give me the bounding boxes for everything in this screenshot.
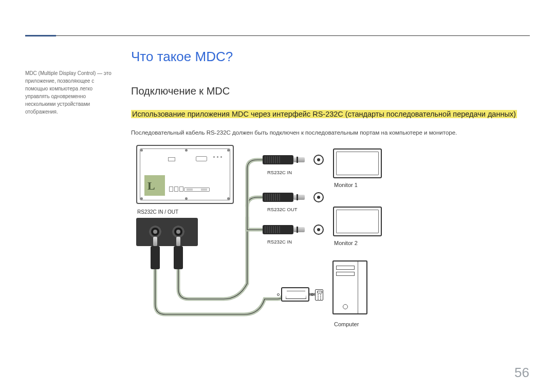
jack-out [172,226,184,238]
socket-monitor1-in [313,155,324,165]
computer-tower-icon [332,260,367,314]
display-back-panel: L [136,145,234,204]
socket-monitor2-in [313,225,324,235]
label-monitor2: Monitor 2 [334,240,358,246]
page-title: Что такое MDC? [131,49,532,65]
main-content: Что такое MDC? Подключение к MDC Использ… [131,49,532,350]
label-rs232c-in-2: RS232C IN [267,239,292,245]
label-rs232c-in-1: RS232C IN [267,170,292,175]
jack-in [149,226,161,238]
sidebar-note: MDC (Multiple Display Control) — это при… [25,69,113,116]
vga-connector-icon [281,287,309,302]
label-rs232c-out: RS232C OUT [267,207,298,212]
monitor-1-icon [333,148,382,178]
highlighted-heading: Использование приложения MDC через интер… [131,108,532,120]
connection-diagram: L RS232C IN / OUT [131,145,501,350]
cable-plug-a [151,246,160,282]
panel-logo: L [144,175,165,196]
vga-port-icon [315,289,323,301]
label-monitor1: Monitor 1 [334,182,358,188]
monitor-2-icon [333,207,382,236]
highlight-text: Использование приложения MDC через интер… [131,110,517,118]
socket-monitor1-out [313,192,324,202]
body-paragraph: Последовательный кабель RS-232C должен б… [131,129,532,136]
section-subtitle: Подключение к MDC [131,85,532,97]
label-computer: Computer [334,321,359,327]
port-panel-label: RS232C IN / OUT [137,209,178,215]
page-number: 56 [514,365,529,381]
rs232c-port-panel [136,218,198,246]
cable-plug-b [174,246,183,282]
header-accent [25,35,56,36]
header-rule [25,35,530,36]
